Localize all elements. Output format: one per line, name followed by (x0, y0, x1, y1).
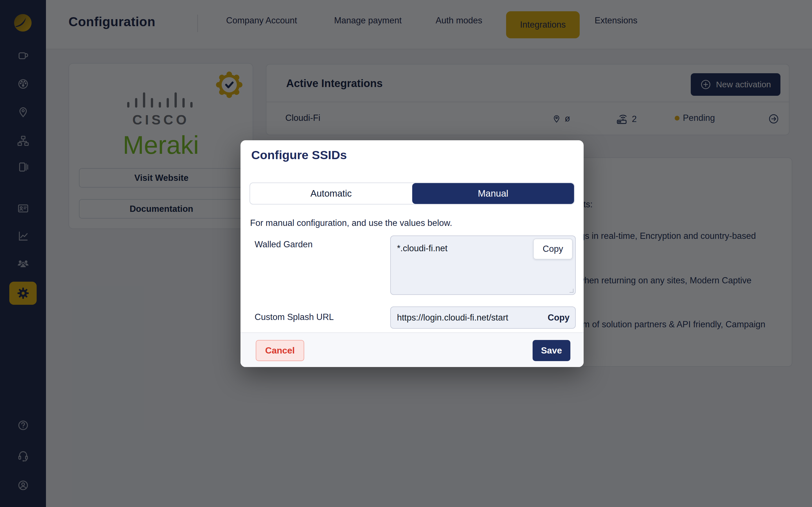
modal-title: Configure SSIDs (251, 148, 347, 162)
modal-footer: Cancel Save (241, 332, 583, 367)
helper-text: For manual configuration, and use the va… (250, 218, 452, 228)
custom-splash-url-label: Custom Splash URL (255, 312, 334, 322)
walled-garden-label: Walled Garden (255, 239, 313, 249)
cancel-button[interactable]: Cancel (256, 340, 304, 361)
resize-handle[interactable] (569, 289, 573, 293)
custom-splash-url-value: https://login.cloudi-fi.net/start (397, 313, 529, 323)
save-button[interactable]: Save (532, 340, 570, 361)
toggle-manual-selected[interactable]: Manual (412, 183, 574, 204)
custom-splash-url-copy-button[interactable]: Copy (548, 313, 570, 323)
walled-garden-value: *.cloudi-fi.net (397, 243, 448, 253)
toggle-automatic[interactable]: Automatic (250, 183, 412, 204)
mode-toggle: Automatic Manual (250, 182, 574, 205)
custom-splash-url-input[interactable]: https://login.cloudi-fi.net/start Copy (390, 306, 576, 329)
app-window: Configuration Company Account Manage pay… (0, 0, 812, 507)
configure-ssids-modal: Configure SSIDs Automatic Manual For man… (241, 140, 583, 367)
walled-garden-textarea[interactable]: *.cloudi-fi.net Copy (390, 235, 576, 295)
walled-garden-copy-button[interactable]: Copy (533, 238, 573, 260)
